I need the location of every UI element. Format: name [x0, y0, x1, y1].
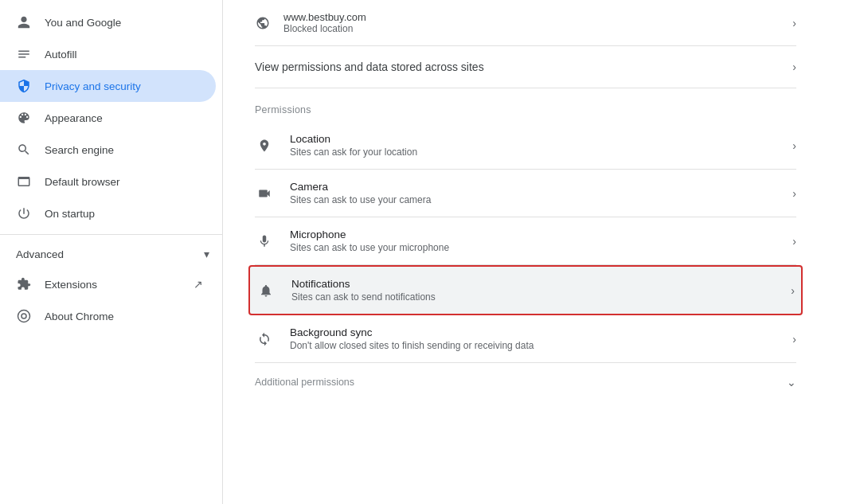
microphone-icon [255, 232, 274, 251]
chevron-down-icon: ▾ [204, 248, 209, 260]
sidebar-label-search-engine: Search engine [45, 144, 203, 156]
permission-row-background-sync[interactable]: Background sync Don't allow closed sites… [255, 315, 796, 363]
permissions-heading: Permissions [255, 88, 796, 122]
bell-icon [256, 281, 276, 300]
location-info: Location Sites can ask for your location [290, 133, 776, 158]
site-name: www.bestbuy.com [283, 11, 780, 23]
svg-point-0 [22, 314, 26, 318]
puzzle-icon [16, 276, 32, 292]
palette-icon [16, 110, 32, 126]
microphone-info: Microphone Sites can ask to use your mic… [290, 229, 776, 253]
microphone-title: Microphone [290, 229, 776, 240]
sidebar-item-privacy-and-security[interactable]: Privacy and security [0, 70, 216, 102]
notifications-chevron: › [791, 284, 795, 297]
permission-row-notifications[interactable]: Notifications Sites can ask to send noti… [248, 265, 803, 315]
sidebar-item-autofill[interactable]: Autofill [0, 38, 216, 70]
sidebar-label-autofill: Autofill [45, 49, 203, 61]
svg-point-1 [18, 311, 30, 322]
search-icon [16, 142, 32, 158]
camera-info: Camera Sites can ask to use your camera [290, 181, 776, 205]
view-permissions-label: View permissions and data stored across … [255, 61, 780, 73]
camera-chevron: › [792, 187, 796, 200]
external-link-icon: ↗ [194, 278, 203, 291]
location-chevron: › [792, 139, 796, 152]
background-sync-chevron: › [792, 333, 796, 346]
sync-icon [255, 330, 274, 349]
site-status: Blocked location [283, 23, 780, 34]
sidebar-item-appearance[interactable]: Appearance [0, 102, 216, 134]
notifications-title: Notifications [291, 278, 775, 290]
advanced-label: Advanced [16, 248, 191, 260]
sidebar-label-privacy: Privacy and security [45, 80, 203, 92]
background-sync-desc: Don't allow closed sites to finish sendi… [290, 340, 776, 351]
location-title: Location [290, 133, 776, 145]
location-icon [255, 136, 274, 155]
additional-permissions-row[interactable]: Additional permissions ⌄ [255, 363, 796, 401]
sidebar-label-on-startup: On startup [45, 208, 203, 220]
location-desc: Sites can ask for your location [290, 147, 776, 158]
camera-icon [255, 184, 274, 203]
background-sync-title: Background sync [290, 326, 776, 338]
permission-row-location[interactable]: Location Sites can ask for your location… [255, 122, 796, 170]
content-area: www.bestbuy.com Blocked location › View … [223, 0, 828, 401]
permission-row-microphone[interactable]: Microphone Sites can ask to use your mic… [255, 217, 796, 265]
browser-icon [16, 174, 32, 189]
shield-icon [16, 78, 32, 94]
sidebar-item-you-and-google[interactable]: You and Google [0, 6, 216, 38]
sidebar-item-default-browser[interactable]: Default browser [0, 166, 216, 197]
permission-row-camera[interactable]: Camera Sites can ask to use your camera … [255, 170, 796, 217]
microphone-chevron: › [792, 235, 796, 248]
globe-icon [255, 15, 271, 31]
sidebar: You and Google Autofill Privacy and secu… [0, 0, 223, 504]
additional-permissions-chevron: ⌄ [787, 376, 796, 389]
sidebar-label-about-chrome: About Chrome [45, 311, 203, 322]
additional-permissions-label: Additional permissions [255, 377, 774, 388]
site-row-chevron: › [792, 17, 796, 29]
notifications-desc: Sites can ask to send notifications [291, 291, 775, 303]
camera-title: Camera [290, 181, 776, 193]
site-info: www.bestbuy.com Blocked location [283, 11, 780, 34]
sidebar-item-search-engine[interactable]: Search engine [0, 134, 216, 166]
sidebar-label-appearance: Appearance [45, 112, 203, 124]
sidebar-advanced[interactable]: Advanced ▾ [0, 240, 222, 268]
camera-desc: Sites can ask to use your camera [290, 194, 776, 205]
view-permissions-row[interactable]: View permissions and data stored across … [255, 46, 796, 88]
power-icon [16, 205, 32, 221]
main-content: www.bestbuy.com Blocked location › View … [223, 0, 860, 504]
person-icon [16, 14, 32, 30]
chrome-icon [16, 308, 32, 324]
sidebar-label-you-and-google: You and Google [45, 17, 203, 29]
view-permissions-chevron: › [792, 61, 796, 73]
sidebar-item-extensions[interactable]: Extensions ↗ [0, 268, 216, 300]
sidebar-divider [0, 234, 222, 235]
autofill-icon [16, 46, 32, 62]
background-sync-info: Background sync Don't allow closed sites… [290, 326, 776, 351]
sidebar-item-about-chrome[interactable]: About Chrome [0, 300, 216, 332]
site-row[interactable]: www.bestbuy.com Blocked location › [255, 0, 796, 46]
sidebar-item-on-startup[interactable]: On startup [0, 197, 216, 229]
notifications-info: Notifications Sites can ask to send noti… [291, 278, 775, 303]
microphone-desc: Sites can ask to use your microphone [290, 242, 776, 253]
sidebar-label-default-browser: Default browser [45, 176, 203, 188]
sidebar-label-extensions: Extensions [45, 279, 181, 291]
